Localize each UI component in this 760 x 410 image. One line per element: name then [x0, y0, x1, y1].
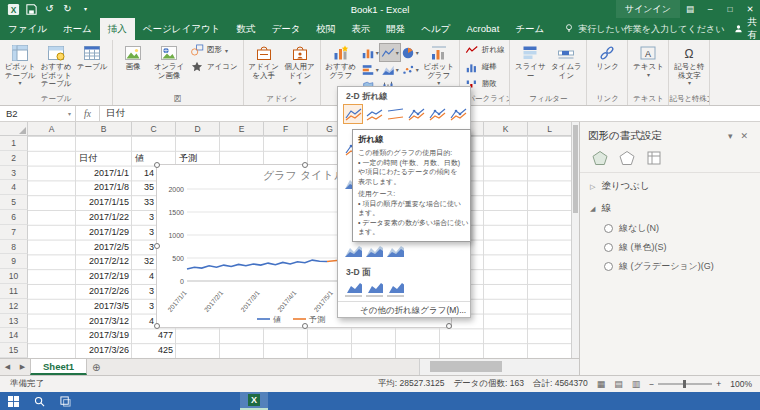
cell-C11[interactable]: 3 [132, 284, 157, 299]
hbar-chart-button[interactable]: ▾ [360, 61, 380, 78]
cell-C10[interactable]: 4 [132, 269, 157, 284]
stacked-line-markers-option[interactable] [427, 104, 447, 124]
tab-9[interactable]: Acrobat [459, 18, 508, 40]
line-section-header[interactable]: ◢線 [580, 195, 760, 217]
100-stacked-area-option[interactable] [385, 241, 405, 261]
chart-handle[interactable] [302, 323, 308, 329]
table-button[interactable]: テーブル [75, 42, 109, 92]
cell-B6[interactable]: 2017/1/22 [76, 210, 132, 225]
scatter-chart-button[interactable]: ▾ [400, 61, 420, 78]
cell-C3[interactable]: 14 [132, 166, 157, 181]
column-header-D[interactable]: D [176, 122, 220, 136]
row-header-11[interactable]: 11 [0, 284, 28, 299]
normal-view-button[interactable]: ▦ [597, 379, 606, 389]
save-button[interactable] [25, 3, 38, 16]
text-button[interactable]: Aテキスト▾ [631, 42, 665, 92]
area-chart-button[interactable]: ▾ [380, 61, 400, 78]
tab-2[interactable]: ページレイアウト [135, 18, 229, 40]
row-header-10[interactable]: 10 [0, 269, 28, 284]
line-option-0[interactable]: 線なし(N) [580, 217, 760, 236]
column-header-E[interactable]: E [220, 122, 264, 136]
stacked-area-option[interactable] [364, 241, 384, 261]
zoom-slider[interactable] [658, 383, 712, 385]
cell-B15[interactable]: 2017/3/26 [76, 343, 132, 358]
chart-handle[interactable] [154, 243, 160, 249]
name-box[interactable]: B2 ▾ [0, 106, 76, 121]
row-header-1[interactable]: 1 [0, 136, 28, 151]
row-header-14[interactable]: 14 [0, 328, 28, 343]
tab-4[interactable]: データ [263, 18, 308, 40]
sign-in-button[interactable]: サインイン [616, 0, 680, 18]
cols-chart-button[interactable]: ▾ [360, 44, 380, 61]
row-header-5[interactable]: 5 [0, 195, 28, 210]
tab-8[interactable]: ヘルプ [413, 18, 458, 40]
redo-button[interactable]: ↻ [61, 3, 74, 16]
search-icon[interactable] [26, 392, 52, 410]
spark-col-button[interactable]: 縦棒 [463, 59, 507, 75]
sheet-tab-sheet1[interactable]: Sheet1 [30, 359, 87, 375]
new-sheet-button[interactable]: ⊕ [87, 359, 105, 375]
3d-100-stacked-area-option[interactable] [385, 279, 405, 299]
column-header-B[interactable]: B [76, 122, 132, 136]
chart-handle[interactable] [154, 323, 160, 329]
chart-handle[interactable] [154, 162, 160, 168]
online-image-button[interactable]: オンライン画像 [152, 42, 186, 92]
horizontal-scrollbar[interactable] [419, 359, 579, 375]
column-header-L[interactable]: L [528, 122, 572, 136]
cell-B3[interactable]: 2017/1/1 [76, 166, 132, 181]
column-header-K[interactable]: K [484, 122, 528, 136]
cell-C9[interactable]: 32 [132, 254, 157, 269]
column-header-A[interactable]: A [28, 122, 76, 136]
prev-sheet-button[interactable]: ◀ [0, 359, 15, 375]
cell-C12[interactable]: 3 [132, 299, 157, 314]
cell-B4[interactable]: 2017/1/8 [76, 180, 132, 195]
fill-section-header[interactable]: ▷塗りつぶし [580, 173, 760, 195]
pane-options-caret-icon[interactable]: ▾ [724, 131, 737, 141]
line-chart-option[interactable] [343, 104, 363, 124]
cell-B11[interactable]: 2017/2/26 [76, 284, 132, 299]
shapes-button[interactable]: 図形▾ [188, 42, 240, 58]
line-markers-option[interactable] [406, 104, 426, 124]
insert-function-button[interactable]: fx [76, 106, 100, 121]
name-box-caret-icon[interactable]: ▾ [68, 110, 75, 117]
horizontal-scrollbar-thumb[interactable] [430, 361, 502, 372]
cell-B2[interactable]: 日付 [76, 151, 132, 166]
status-count[interactable]: データの個数: 163 [453, 378, 524, 390]
taskbar-excel-button[interactable]: X [240, 392, 268, 410]
start-button[interactable] [0, 392, 26, 410]
cell-C15[interactable]: 425 [132, 343, 176, 358]
vertical-scrollbar-thumb[interactable] [573, 125, 578, 213]
row-header-12[interactable]: 12 [0, 299, 28, 314]
pivot-table-button[interactable]: ピボットテーブル▾ [3, 42, 37, 92]
pie-chart-button[interactable]: ▾ [400, 44, 420, 61]
tab-7[interactable]: 開発 [378, 18, 413, 40]
stacked-line-option[interactable] [364, 104, 384, 124]
cell-B12[interactable]: 2017/3/5 [76, 299, 132, 314]
pivotchart-button[interactable]: ピボットグラフ▾ [422, 42, 456, 92]
3d-stacked-area-option[interactable] [364, 279, 384, 299]
icons-btn-button[interactable]: アイコン [188, 59, 240, 75]
page-break-view-button[interactable]: ▥ [632, 379, 641, 389]
tab-5[interactable]: 校閲 [308, 18, 343, 40]
status-sum[interactable]: 合計: 4564370 [533, 378, 588, 390]
tab-3[interactable]: 数式 [228, 18, 263, 40]
tab-10[interactable]: チーム [507, 18, 552, 40]
status-average[interactable]: 平均: 28527.3125 [378, 378, 445, 390]
tab-1[interactable]: 挿入 [100, 18, 135, 40]
zoom-out-button[interactable]: − [649, 379, 654, 389]
3d-area-option[interactable] [343, 279, 363, 299]
zoom-level[interactable]: 100% [730, 379, 752, 389]
line-option-1[interactable]: 線 (単色)(S) [580, 236, 760, 255]
undo-button[interactable]: ↺ [43, 3, 56, 16]
column-header-C[interactable]: C [132, 122, 176, 136]
spark-line-button[interactable]: 折れ線 [463, 42, 507, 58]
line-chart-button[interactable]: ▾ [380, 44, 400, 61]
cell-B7[interactable]: 2017/1/29 [76, 225, 132, 240]
cell-B8[interactable]: 2017/2/5 [76, 240, 132, 255]
cell-B9[interactable]: 2017/2/12 [76, 254, 132, 269]
row-header-3[interactable]: 3 [0, 166, 28, 181]
zoom-in-button[interactable]: + [716, 379, 721, 389]
minimize-button[interactable]: – [700, 0, 720, 18]
maximize-button[interactable]: □ [720, 0, 740, 18]
link-button[interactable]: リンク [590, 42, 624, 92]
